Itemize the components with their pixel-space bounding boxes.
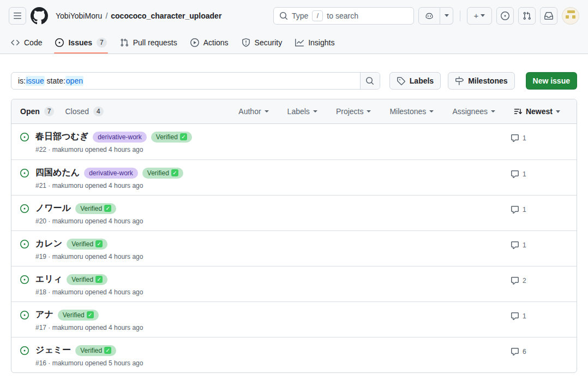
- issues-filter-input[interactable]: is:issue state:open: [11, 72, 380, 90]
- issue-title[interactable]: 春日部つむぎ: [35, 131, 88, 143]
- tab-actions[interactable]: Actions: [186, 31, 233, 54]
- global-search-input[interactable]: Type / to search: [273, 7, 414, 25]
- chevron-down-icon: [445, 14, 449, 17]
- triangle-down-icon: [556, 110, 560, 113]
- comment-icon: [511, 276, 519, 285]
- hamburger-menu-button[interactable]: [9, 7, 26, 25]
- issue-title[interactable]: ジェミー: [35, 345, 71, 356]
- author-filter-dropdown[interactable]: Author: [238, 107, 268, 116]
- issue-label-text: Verified: [147, 168, 169, 179]
- issue-title[interactable]: ノワール: [35, 203, 71, 214]
- new-issue-button[interactable]: New issue: [526, 72, 577, 90]
- sort-dropdown[interactable]: Newest: [514, 107, 560, 116]
- issue-label[interactable]: Verified✓: [75, 345, 116, 356]
- tab-issues[interactable]: Issues 7: [51, 31, 111, 54]
- filter-label: Assignees: [452, 107, 488, 116]
- comment-icon: [511, 241, 519, 250]
- issue-labels: Verified✓: [67, 274, 107, 285]
- issue-row-main: 四国めたん derivative-workVerified✓ #21 · mak…: [35, 167, 511, 195]
- tag-icon: [397, 76, 405, 85]
- git-pull-request-icon: [120, 38, 129, 47]
- issue-label[interactable]: derivative-work: [93, 132, 147, 143]
- milestones-filter-dropdown[interactable]: Milestones: [389, 107, 434, 116]
- issue-label[interactable]: Verified✓: [151, 132, 192, 143]
- closed-label: Closed: [65, 107, 89, 116]
- inbox-icon: [544, 11, 553, 20]
- repo-tab-bar: Code Issues 7 Pull requests Actions Secu…: [0, 31, 588, 54]
- labels-filter-dropdown[interactable]: Labels: [287, 107, 317, 116]
- issue-title[interactable]: エリィ: [35, 274, 62, 285]
- issue-comments-link[interactable]: 2: [511, 274, 568, 301]
- assignees-filter-dropdown[interactable]: Assignees: [452, 107, 495, 116]
- issue-label[interactable]: Verified✓: [58, 310, 99, 321]
- issue-label[interactable]: Verified✓: [67, 239, 107, 250]
- issue-title[interactable]: カレン: [35, 238, 62, 250]
- issue-comments-link[interactable]: 1: [511, 167, 568, 195]
- copilot-button[interactable]: [418, 7, 440, 25]
- issue-comments-link[interactable]: 1: [511, 203, 568, 230]
- milestones-button[interactable]: Milestones: [448, 72, 514, 90]
- github-logo[interactable]: [31, 7, 48, 25]
- filter-search-button[interactable]: [360, 72, 380, 90]
- github-octocat-icon: [31, 7, 48, 25]
- user-avatar[interactable]: [562, 7, 579, 25]
- notifications-inbox-button[interactable]: [540, 7, 557, 25]
- issues-count-badge: 7: [97, 38, 107, 48]
- issue-comment-count: 2: [523, 276, 526, 285]
- triangle-down-icon: [367, 110, 371, 112]
- play-icon: [190, 38, 199, 47]
- issue-labels: Verified✓: [75, 345, 116, 356]
- breadcrumb-owner[interactable]: YobiYobiMoru: [56, 11, 102, 20]
- verified-check-emoji: ✓: [95, 276, 103, 283]
- open-issues-toggle[interactable]: Open 7: [20, 106, 54, 116]
- list-filters: Author Labels Projects Milestones Assign…: [238, 107, 560, 116]
- issue-label[interactable]: Verified✓: [67, 274, 107, 285]
- projects-filter-dropdown[interactable]: Projects: [336, 107, 371, 116]
- issues-dashboard-button[interactable]: [496, 7, 514, 25]
- issue-comment-count: 6: [523, 347, 526, 356]
- issue-meta: #22 · makumoru opened 4 hours ago: [35, 146, 511, 153]
- pull-requests-dashboard-button[interactable]: [518, 7, 536, 25]
- issue-comments-link[interactable]: 1: [511, 238, 568, 266]
- issue-label[interactable]: derivative-work: [84, 168, 138, 179]
- tab-pull-requests[interactable]: Pull requests: [116, 31, 182, 54]
- issue-label[interactable]: Verified✓: [142, 168, 183, 179]
- open-issue-icon: [20, 311, 29, 337]
- verified-check-emoji: ✓: [171, 169, 178, 176]
- breadcrumb-repo[interactable]: cocococo_character_uploader: [111, 11, 221, 20]
- labels-button[interactable]: Labels: [389, 72, 441, 90]
- breadcrumb: YobiYobiMoru / cocococo_character_upload…: [56, 11, 221, 20]
- issue-row: カレン Verified✓ #19 · makumoru opened 4 ho…: [11, 230, 577, 266]
- comment-icon: [511, 312, 519, 321]
- open-issue-icon: [20, 133, 29, 159]
- issue-title[interactable]: アナ: [35, 309, 53, 321]
- tab-insights[interactable]: Insights: [291, 31, 339, 54]
- filter-token-highlighted: issue: [26, 76, 45, 86]
- issue-list: 春日部つむぎ derivative-workVerified✓ #22 · ma…: [11, 124, 577, 372]
- issue-comment-count: 1: [523, 205, 526, 214]
- avatar-eye-shape: [566, 15, 569, 19]
- issue-comments-link[interactable]: 1: [511, 309, 568, 337]
- issue-label[interactable]: Verified✓: [75, 203, 116, 214]
- copilot-icon: [425, 11, 434, 20]
- issue-comments-link[interactable]: 6: [511, 345, 568, 372]
- tab-security[interactable]: Security: [237, 31, 287, 54]
- comment-icon: [511, 205, 519, 214]
- copilot-dropdown-button[interactable]: [440, 7, 453, 25]
- tab-code[interactable]: Code: [7, 31, 46, 54]
- issue-labels: Verified✓: [58, 310, 99, 321]
- create-new-button[interactable]: +: [467, 7, 492, 25]
- filter-label: Author: [238, 107, 261, 116]
- issue-title-line: 四国めたん derivative-workVerified✓: [35, 167, 511, 179]
- tab-label: Issues: [68, 38, 92, 47]
- issue-comments-link[interactable]: 1: [511, 131, 568, 159]
- new-issue-button-label: New issue: [533, 76, 570, 85]
- issue-title[interactable]: 四国めたん: [35, 167, 80, 179]
- issue-title-line: ジェミー Verified✓: [35, 345, 511, 356]
- header-divider: [460, 10, 460, 21]
- copilot-button-group: [418, 7, 453, 25]
- avatar-hair-shape: [567, 10, 575, 13]
- search-icon: [365, 76, 374, 85]
- closed-issues-toggle[interactable]: Closed 4: [65, 106, 103, 116]
- issue-labels: derivative-workVerified✓: [84, 168, 183, 179]
